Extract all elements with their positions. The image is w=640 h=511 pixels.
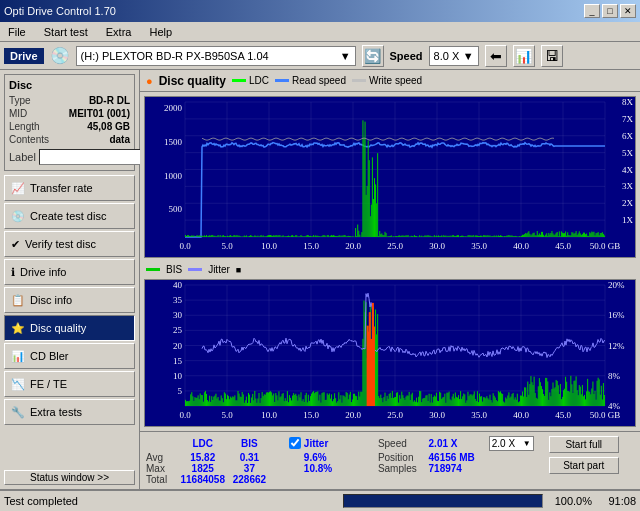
drive-select[interactable]: (H:) PLEXTOR BD-R PX-B950SA 1.04 ▼ <box>76 46 356 66</box>
cd-bler-icon: 📊 <box>11 350 25 363</box>
disc-mid-value: MEIT01 (001) <box>69 108 130 119</box>
max-label: Max <box>146 463 176 474</box>
progress-bar-fill <box>344 495 542 507</box>
sidebar-btn-extra-tests[interactable]: 🔧 Extra tests <box>4 399 135 425</box>
menu-file[interactable]: File <box>4 25 30 39</box>
main-content: ● Disc quality LDC Read speed Write spee… <box>140 70 640 489</box>
toolbar-btn-1[interactable]: ⬅ <box>485 45 507 67</box>
avg-bis: 0.31 <box>229 451 269 462</box>
chart1-canvas <box>145 97 635 257</box>
speed-select[interactable]: 8.0 X ▼ <box>429 46 479 66</box>
drive-label: Drive <box>4 48 44 64</box>
sidebar-btn-cd-bler[interactable]: 📊 CD Bler <box>4 343 135 369</box>
close-button[interactable]: ✕ <box>620 4 636 18</box>
status-time: 91:08 <box>596 495 636 507</box>
menu-help[interactable]: Help <box>145 25 176 39</box>
chart2-container <box>144 279 636 427</box>
disc-quality-title: Disc quality <box>159 74 226 88</box>
status-window-button[interactable]: Status window >> <box>4 470 135 485</box>
sidebar-btn-fe-te[interactable]: 📉 FE / TE <box>4 371 135 397</box>
title-bar-text: Opti Drive Control 1.70 <box>4 5 116 17</box>
disc-section: Disc Type BD-R DL MID MEIT01 (001) Lengt… <box>4 74 135 171</box>
disc-mid-label: MID <box>9 108 27 119</box>
chart2-header: BIS Jitter ■ <box>144 264 636 275</box>
sidebar-btn-disc-quality[interactable]: ⭐ Disc quality <box>4 315 135 341</box>
maximize-button[interactable]: □ <box>602 4 618 18</box>
avg-label: Avg <box>146 451 176 462</box>
status-text: Test completed <box>4 495 339 507</box>
menu-bar: File Start test Extra Help <box>0 22 640 42</box>
disc-length-row: Length 45,08 GB <box>9 121 130 132</box>
disc-mid-row: MID MEIT01 (001) <box>9 108 130 119</box>
toolbar-btn-2[interactable]: 📊 <box>513 45 535 67</box>
samples-value: 718974 <box>425 463 485 474</box>
disc-length-label: Length <box>9 121 40 132</box>
speed-select-stats[interactable]: 2.0 X ▼ <box>489 436 534 451</box>
sidebar-btn-disc-info[interactable]: 📋 Disc info <box>4 287 135 313</box>
progress-pct: 100.0% <box>547 495 592 507</box>
disc-quality-icon-header: ● <box>146 75 153 87</box>
minimize-button[interactable]: _ <box>584 4 600 18</box>
title-bar: Opti Drive Control 1.70 _ □ ✕ <box>0 0 640 22</box>
drive-icon: 💿 <box>50 46 70 65</box>
max-bis: 37 <box>229 463 269 474</box>
disc-section-title: Disc <box>9 79 130 91</box>
disc-contents-label: Contents <box>9 134 49 145</box>
verify-test-disc-icon: ✔ <box>11 238 20 251</box>
create-test-disc-icon: 💿 <box>11 210 25 223</box>
avg-jitter: 9.6% <box>304 451 338 462</box>
menu-extra[interactable]: Extra <box>102 25 136 39</box>
chart1-container <box>144 96 636 258</box>
total-ldc: 11684058 <box>176 474 229 485</box>
disc-length-value: 45,08 GB <box>87 121 130 132</box>
chart2-canvas <box>145 280 635 426</box>
disc-contents-value: data <box>109 134 130 145</box>
position-value: 46156 MB <box>425 451 485 462</box>
sidebar-btn-transfer-rate[interactable]: 📈 Transfer rate <box>4 175 135 201</box>
stats-area: LDC BIS Jitter Speed 2.01 X 2.0 X ▼ <box>140 431 640 489</box>
label-row: Label 🔍 <box>9 148 130 166</box>
drive-info-icon: ℹ <box>11 266 15 279</box>
toolbar-btn-3[interactable]: 🖫 <box>541 45 563 67</box>
charts-area: BIS Jitter ■ <box>140 92 640 431</box>
disc-type-value: BD-R DL <box>89 95 130 106</box>
drive-refresh-button[interactable]: 🔄 <box>362 45 384 67</box>
max-ldc: 1825 <box>176 463 229 474</box>
sidebar-btn-drive-info[interactable]: ℹ Drive info <box>4 259 135 285</box>
title-bar-buttons: _ □ ✕ <box>584 4 636 18</box>
sidebar-btn-create-test-disc[interactable]: 💿 Create test disc <box>4 203 135 229</box>
label-label: Label <box>9 151 36 163</box>
speed-label: Speed <box>390 50 423 62</box>
progress-bar-container <box>343 494 543 508</box>
disc-quality-header: ● Disc quality LDC Read speed Write spee… <box>140 70 640 92</box>
transfer-rate-icon: 📈 <box>11 182 25 195</box>
avg-ldc: 15.82 <box>176 451 229 462</box>
total-bis: 228662 <box>229 474 269 485</box>
sidebar: Disc Type BD-R DL MID MEIT01 (001) Lengt… <box>0 70 140 489</box>
status-bar: Test completed 100.0% 91:08 <box>0 489 640 511</box>
total-label: Total <box>146 474 176 485</box>
extra-tests-icon: 🔧 <box>11 406 25 419</box>
start-part-button[interactable]: Start part <box>549 457 619 474</box>
jitter-checkbox[interactable] <box>289 437 301 449</box>
disc-type-label: Type <box>9 95 31 106</box>
disc-info-icon: 📋 <box>11 294 25 307</box>
menu-start-test[interactable]: Start test <box>40 25 92 39</box>
max-jitter: 10.8% <box>304 463 338 474</box>
legend-ldc: LDC <box>232 75 269 86</box>
sidebar-btn-verify-test-disc[interactable]: ✔ Verify test disc <box>4 231 135 257</box>
main-layout: Disc Type BD-R DL MID MEIT01 (001) Lengt… <box>0 70 640 489</box>
disc-quality-icon: ⭐ <box>11 322 25 335</box>
disc-type-row: Type BD-R DL <box>9 95 130 106</box>
start-full-button[interactable]: Start full <box>549 436 619 453</box>
legend-read-speed: Read speed <box>275 75 346 86</box>
disc-contents-row: Contents data <box>9 134 130 145</box>
drive-bar: Drive 💿 (H:) PLEXTOR BD-R PX-B950SA 1.04… <box>0 42 640 70</box>
legend-write-speed: Write speed <box>352 75 422 86</box>
fe-te-icon: 📉 <box>11 378 25 391</box>
